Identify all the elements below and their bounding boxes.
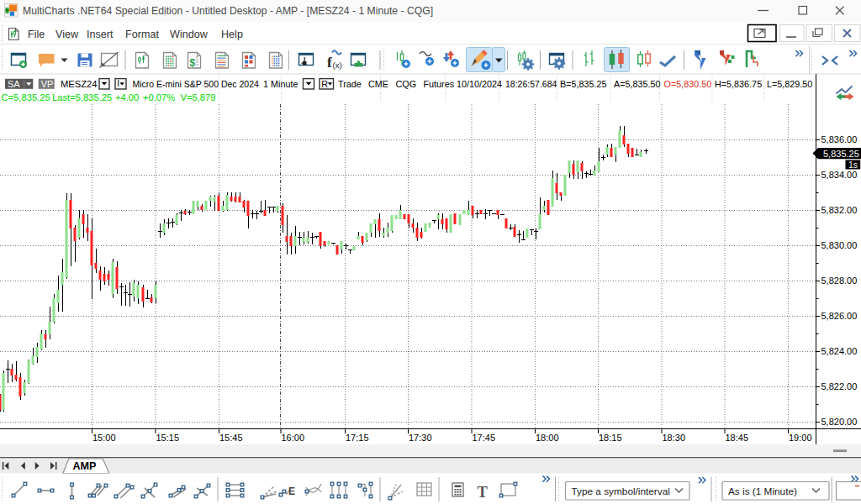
svg-text:15:15: 15:15 [156, 433, 180, 443]
svg-text:V=5,879: V=5,879 [181, 92, 216, 102]
svg-text:Help: Help [221, 29, 243, 40]
svg-text:AMP: AMP [73, 460, 97, 472]
svg-text:B=5,835.25: B=5,835.25 [560, 79, 607, 89]
svg-text:E: E [288, 486, 295, 497]
svg-text:VP: VP [41, 79, 54, 89]
svg-text:L=5,829.50: L=5,829.50 [767, 79, 812, 89]
svg-text:10/10/2024: 10/10/2024 [457, 79, 502, 89]
svg-text:18:26:57.684: 18:26:57.684 [505, 79, 557, 89]
svg-text:15:00: 15:00 [92, 433, 116, 443]
svg-text:5,824.00: 5,824.00 [821, 346, 858, 356]
svg-text:MultiCharts .NET64 Special Edi: MultiCharts .NET64 Special Edition - Unt… [23, 5, 433, 17]
svg-text:5,835.25: 5,835.25 [823, 149, 859, 159]
svg-text:18:45: 18:45 [726, 433, 749, 443]
svg-text:R: R [321, 79, 328, 89]
svg-text:SA: SA [8, 79, 20, 89]
svg-text:Format: Format [125, 29, 159, 40]
svg-text:T: T [478, 484, 489, 501]
svg-text:17:30: 17:30 [409, 433, 432, 443]
svg-text:Micro E-mini S&P 500 Dec 2024: Micro E-mini S&P 500 Dec 2024 [133, 79, 260, 89]
svg-text:+4.00: +4.00 [115, 92, 139, 102]
svg-text:H=5,836.75: H=5,836.75 [715, 79, 762, 89]
svg-text:f: f [327, 55, 332, 71]
svg-text:File: File [28, 29, 45, 40]
svg-text:1 Minute: 1 Minute [263, 79, 298, 89]
svg-text:View: View [55, 29, 79, 40]
svg-text:Insert: Insert [87, 29, 114, 40]
svg-text:CQG: CQG [396, 79, 417, 89]
svg-text:Trade: Trade [338, 79, 362, 89]
svg-text:18:15: 18:15 [599, 433, 622, 443]
svg-text:5,822.00: 5,822.00 [821, 381, 858, 391]
svg-text:5,836.00: 5,836.00 [821, 134, 858, 144]
svg-text:(x): (x) [333, 60, 342, 70]
svg-text:5,826.00: 5,826.00 [821, 311, 858, 321]
svg-text:5,834.00: 5,834.00 [821, 170, 858, 180]
svg-text:A=5,835.50: A=5,835.50 [614, 79, 661, 89]
svg-text:1s: 1s [848, 160, 858, 170]
svg-text:15:45: 15:45 [219, 433, 243, 443]
svg-text:5,830.00: 5,830.00 [821, 240, 858, 250]
svg-text:Window: Window [170, 29, 209, 40]
svg-text:Futures: Futures [424, 79, 455, 89]
svg-text:MESZ24: MESZ24 [61, 79, 98, 89]
svg-text:19:00: 19:00 [789, 433, 812, 443]
svg-text:5,820.00: 5,820.00 [821, 417, 858, 427]
svg-text:18:30: 18:30 [663, 433, 686, 443]
svg-text:C=5,835.25: C=5,835.25 [2, 92, 50, 102]
svg-text:As is (1 Minute): As is (1 Minute) [728, 486, 797, 497]
svg-text:Last=5,835.25: Last=5,835.25 [52, 92, 112, 102]
svg-text:I: I [117, 78, 119, 88]
svg-text:17:45: 17:45 [473, 433, 496, 443]
svg-text:O=5,830.50: O=5,830.50 [664, 79, 712, 89]
svg-text:Type a symbol/interval: Type a symbol/interval [572, 486, 670, 497]
svg-text:18:00: 18:00 [536, 433, 559, 443]
svg-text:17:15: 17:15 [346, 433, 369, 443]
svg-text:16:00: 16:00 [282, 433, 305, 443]
svg-text:+0.07%: +0.07% [143, 92, 175, 102]
svg-text:5,832.00: 5,832.00 [821, 205, 858, 215]
svg-text:5,828.00: 5,828.00 [821, 276, 858, 286]
svg-text:$: $ [190, 57, 196, 69]
svg-text:CME: CME [368, 79, 388, 89]
